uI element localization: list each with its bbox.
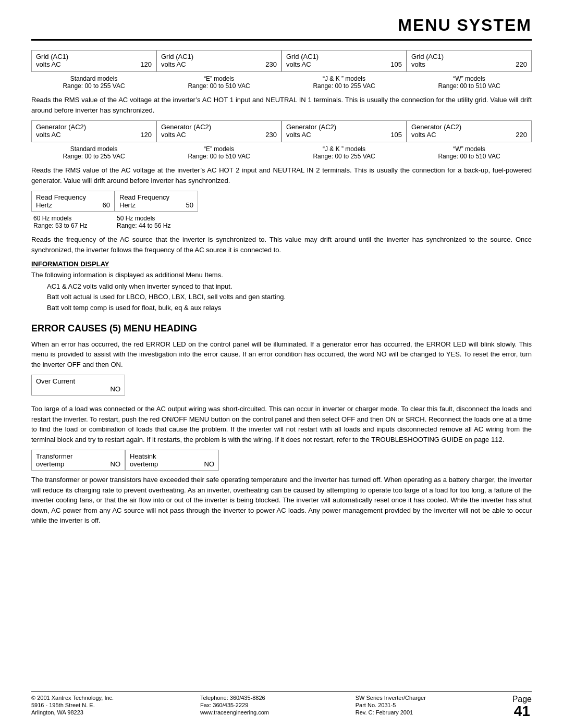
grid-ac1-model-2: “J & K ” models Range: 00 to 255 VAC — [282, 74, 407, 91]
grid-ac1-cell-2: Grid (AC1) volts AC 105 — [282, 50, 407, 72]
grid-ac1-text: Reads the RMS value of the AC voltage at… — [31, 95, 532, 115]
footer-col-2: Telephone: 360/435-8826 Fax: 360/435-222… — [200, 695, 269, 719]
footer-line-2-2: www.traceengineering.com — [200, 709, 269, 715]
transformer-cell-0: Transformer overtemp NO — [31, 450, 125, 471]
frequency-row: Read Frequency Hertz 60 Read Frequency H… — [31, 191, 532, 212]
footer-col-3: SW Series Inverter/Charger Part No. 2031… — [356, 695, 426, 719]
footer-col-1: © 2001 Xantrex Technology, Inc. 5916 - 1… — [31, 695, 114, 719]
footer-line-2-1: Fax: 360/435-2229 — [200, 702, 269, 708]
generator-ac2-text: Reads the RMS value of the AC voltage at… — [31, 165, 532, 186]
frequency-unit-0: Hertz — [36, 201, 52, 209]
information-display-title: INFORMATION DISPLAY — [31, 260, 532, 268]
frequency-model-0: 60 Hz models Range: 53 to 67 Hz — [31, 214, 115, 230]
grid-ac1-value-0: 120 — [140, 60, 152, 68]
generator-ac2-model-2: “J & K ” models Range: 00 to 255 VAC — [282, 144, 407, 161]
over-current-wrapper: Over Current NO — [31, 375, 532, 400]
footer-page-number: 41 — [514, 704, 530, 719]
grid-ac1-unit-2: volts AC — [286, 60, 311, 68]
grid-ac1-label-2: Grid (AC1) — [286, 53, 402, 60]
grid-ac1-label-0: Grid (AC1) — [36, 53, 152, 60]
generator-ac2-label-3: Generator (AC2) — [411, 123, 527, 131]
page-title: MENU SYSTEM — [31, 16, 532, 41]
generator-ac2-label-0: Generator (AC2) — [36, 123, 152, 131]
info-item-0: AC1 & AC2 volts valid only when inverter… — [47, 281, 532, 292]
frequency-label-1: Read Frequency — [119, 193, 193, 201]
transformer-row: Transformer overtemp NO Heatsink overtem… — [31, 450, 532, 471]
grid-ac1-model-1: “E” models Range: 00 to 510 VAC — [156, 74, 282, 91]
transformer-val-1: NO — [204, 460, 215, 468]
transformer-val-0: NO — [111, 460, 121, 468]
frequency-value-0: 60 — [103, 201, 110, 209]
generator-ac2-cell-0: Generator (AC2) volts AC 120 — [31, 120, 156, 142]
generator-ac2-cell-2: Generator (AC2) volts AC 105 — [282, 120, 407, 142]
grid-ac1-label-1: Grid (AC1) — [161, 53, 277, 60]
over-current-label: Over Current — [36, 377, 120, 385]
transformer-label-1: Heatsink — [130, 452, 214, 460]
information-display-items: AC1 & AC2 volts valid only when inverter… — [47, 281, 532, 314]
generator-ac2-unit-1: volts AC — [161, 131, 186, 139]
grid-ac1-unit-3: volts — [411, 60, 425, 68]
footer-line-3-2: Rev. C: February 2001 — [356, 709, 426, 715]
grid-ac1-label-3: Grid (AC1) — [411, 53, 527, 60]
grid-ac1-row: Grid (AC1) volts AC 120 Grid (AC1) volts… — [31, 50, 532, 72]
grid-ac1-unit-1: volts AC — [161, 60, 186, 68]
transformer-unit-0: overtemp — [36, 460, 64, 468]
generator-ac2-cell-1: Generator (AC2) volts AC 230 — [156, 120, 282, 142]
frequency-value-1: 50 — [186, 201, 193, 209]
grid-ac1-cell-3: Grid (AC1) volts 220 — [407, 50, 532, 72]
generator-ac2-value-3: 220 — [516, 131, 527, 139]
transformer-unit-1: overtemp — [130, 460, 158, 468]
footer-line-1-1: 5916 - 195th Street N. E. — [31, 702, 114, 708]
over-current-text: Too large of a load was connected or the… — [31, 404, 532, 445]
footer-line-1-0: © 2001 Xantrex Technology, Inc. — [31, 695, 114, 701]
grid-ac1-value-2: 105 — [390, 60, 402, 68]
over-current-value: NO — [111, 385, 121, 393]
generator-ac2-value-0: 120 — [140, 131, 152, 139]
grid-ac1-value-1: 230 — [265, 60, 277, 68]
page-footer: © 2001 Xantrex Technology, Inc. 5916 - 1… — [31, 691, 532, 719]
grid-ac1-model-0: Standard models Range: 00 to 255 VAC — [31, 74, 156, 91]
generator-ac2-label-1: Generator (AC2) — [161, 123, 277, 131]
grid-ac1-cell-1: Grid (AC1) volts AC 230 — [156, 50, 282, 72]
frequency-cell-1: Read Frequency Hertz 50 — [115, 191, 198, 212]
over-current-row: NO — [36, 385, 120, 393]
footer-line-3-0: SW Series Inverter/Charger — [356, 695, 426, 701]
error-causes-heading: ERROR CAUSES (5) MENU HEADING — [31, 323, 532, 334]
transformer-value-row-1: overtemp NO — [130, 460, 214, 468]
footer-line-2-0: Telephone: 360/435-8826 — [200, 695, 269, 701]
generator-ac2-value-1: 230 — [265, 131, 277, 139]
transformer-label-0: Transformer — [36, 452, 120, 460]
generator-ac2-model-row: Standard models Range: 00 to 255 VAC “E”… — [31, 144, 532, 161]
generator-ac2-model-3: “W” models Range: 00 to 510 VAC — [407, 144, 532, 161]
footer-line-3-1: Part No. 2031-5 — [356, 702, 426, 708]
grid-ac1-cell-0: Grid (AC1) volts AC 120 — [31, 50, 156, 72]
error-causes-text: When an error has occurred, the red ERRO… — [31, 339, 532, 370]
transformer-cell-1: Heatsink overtemp NO — [125, 450, 219, 471]
information-display-section: INFORMATION DISPLAY The following inform… — [31, 260, 532, 314]
generator-ac2-value-2: 105 — [390, 131, 402, 139]
frequency-text: Reads the frequency of the AC source tha… — [31, 235, 532, 255]
generator-ac2-model-0: Standard models Range: 00 to 255 VAC — [31, 144, 156, 161]
information-display-intro: The following information is displayed a… — [31, 270, 532, 280]
info-item-2: Batt volt temp comp is used for float, b… — [47, 303, 532, 314]
frequency-label-0: Read Frequency — [36, 193, 110, 201]
generator-ac2-unit-0: volts AC — [36, 131, 61, 139]
frequency-cell-0: Read Frequency Hertz 60 — [31, 191, 115, 212]
grid-ac1-model-row: Standard models Range: 00 to 255 VAC “E”… — [31, 74, 532, 91]
generator-ac2-label-2: Generator (AC2) — [286, 123, 402, 131]
over-current-box: Over Current NO — [31, 375, 125, 396]
generator-ac2-model-1: “E” models Range: 00 to 510 VAC — [156, 144, 282, 161]
info-item-1: Batt volt actual is used for LBCO, HBCO,… — [47, 292, 532, 303]
generator-ac2-unit-3: volts AC — [411, 131, 436, 139]
grid-ac1-unit-0: volts AC — [36, 60, 61, 68]
frequency-model-1: 50 Hz models Range: 44 to 56 Hz — [115, 214, 198, 230]
grid-ac1-model-3: “W” models Range: 00 to 510 VAC — [407, 74, 532, 91]
generator-ac2-unit-2: volts AC — [286, 131, 311, 139]
frequency-unit-1: Hertz — [119, 201, 136, 209]
generator-ac2-row: Generator (AC2) volts AC 120 Generator (… — [31, 120, 532, 142]
transformer-text: The transformer or power transistors hav… — [31, 475, 532, 526]
footer-page: Page 41 — [512, 695, 532, 719]
footer-line-1-2: Arlington, WA 98223 — [31, 709, 114, 715]
grid-ac1-value-3: 220 — [516, 60, 527, 68]
generator-ac2-cell-3: Generator (AC2) volts AC 220 — [407, 120, 532, 142]
